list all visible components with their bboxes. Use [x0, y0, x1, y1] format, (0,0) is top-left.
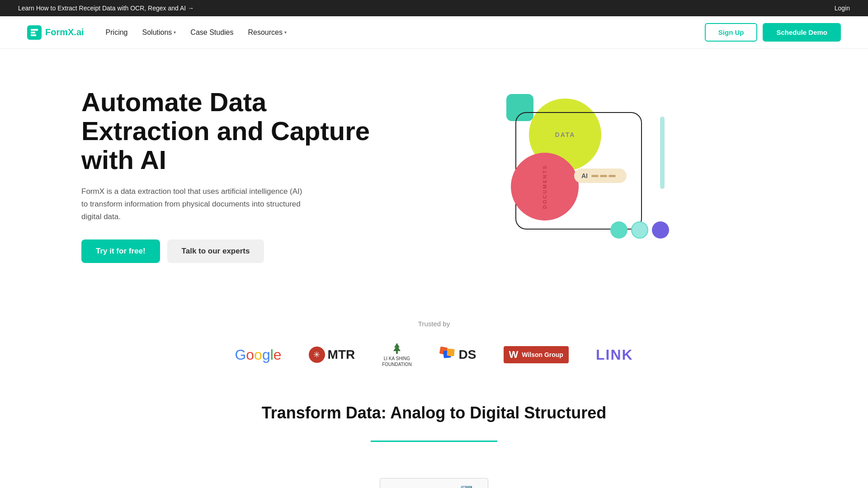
resources-chevron: ▾: [284, 30, 287, 35]
li-ka-shing-logo: LI KA SHINGFOUNDATION: [382, 342, 411, 367]
mtr-logo: ✳ MTR: [309, 347, 355, 363]
nav-case-studies[interactable]: Case Studies: [190, 28, 233, 37]
recaptcha-box: I'm not a robot 🔄 reCAPTCHA Privacy - Te…: [380, 478, 488, 488]
hero-section: Automate Data Extraction and Capture wit…: [0, 49, 868, 302]
recaptcha-logo: 🔄 reCAPTCHA Privacy - Terms: [454, 486, 479, 488]
bottom-circle-teal-light: [631, 221, 648, 239]
announcement-bar: Learn How to Extract Receipt Data with O…: [0, 0, 868, 16]
hero-title: Automate Data Extraction and Capture wit…: [81, 88, 389, 174]
logo-icon: [27, 25, 42, 40]
nav-pricing[interactable]: Pricing: [106, 28, 128, 37]
mtr-text: MTR: [328, 347, 355, 362]
hero-content: Automate Data Extraction and Capture wit…: [81, 88, 389, 263]
recaptcha-icon: 🔄: [460, 486, 472, 488]
trusted-label: Trusted by: [81, 320, 787, 328]
illus-bar: [660, 117, 665, 189]
recaptcha-container: I'm not a robot 🔄 reCAPTCHA Privacy - Te…: [0, 469, 868, 488]
bottom-circle-teal: [610, 221, 627, 239]
mtr-star-icon: ✳: [309, 347, 325, 363]
illustration-container: DATA DOCUMENTS AI: [502, 89, 674, 261]
illus-ai-pill: AI: [574, 169, 627, 183]
li-ka-shing-text: LI KA SHINGFOUNDATION: [382, 356, 411, 367]
ai-label: AI: [581, 172, 588, 179]
bottom-circle-purple: [652, 221, 669, 239]
ai-dot-2: [600, 175, 607, 177]
solutions-chevron: ▾: [174, 30, 176, 35]
signup-button[interactable]: Sign Up: [705, 23, 758, 42]
nav-actions: Sign Up Schedule Demo: [705, 23, 841, 42]
google-text: Google: [235, 347, 281, 363]
login-link[interactable]: Login: [835, 5, 850, 12]
wilson-w-icon: W: [509, 349, 519, 361]
ai-pill-dots: [591, 175, 616, 177]
ds-cube-icon: [439, 346, 456, 363]
nav-resources[interactable]: Resources ▾: [248, 28, 287, 37]
documents-label: DOCUMENTS: [542, 164, 547, 209]
hero-actions: Try it for free! Talk to our experts: [81, 239, 389, 263]
talk-experts-button[interactable]: Talk to our experts: [167, 239, 264, 263]
nav-links: Pricing Solutions ▾ Case Studies Resourc…: [106, 28, 705, 37]
li-ka-shing-tree-icon: [391, 342, 403, 355]
announcement-text[interactable]: Learn How to Extract Receipt Data with O…: [18, 5, 194, 12]
transform-section: Transform Data: Analog to Digital Struct…: [0, 376, 868, 469]
hero-illustration: DATA DOCUMENTS AI: [389, 76, 787, 275]
ai-dot-1: [591, 175, 599, 177]
illus-bottom-circles: [610, 221, 669, 239]
illus-documents-circle: DOCUMENTS: [511, 153, 579, 221]
navbar: FormX.ai Pricing Solutions ▾ Case Studie…: [0, 16, 868, 49]
transform-divider: [371, 441, 497, 442]
hero-description: FormX is a data extraction tool that use…: [81, 185, 307, 223]
transform-title: Transform Data: Analog to Digital Struct…: [81, 404, 787, 422]
link-logo: LINK: [596, 347, 633, 363]
trusted-section: Trusted by Google ✳ MTR LI KA SHINGFOUND…: [0, 302, 868, 376]
ai-dot-3: [609, 175, 616, 177]
wilson-group-logo: W Wilson Group: [504, 346, 569, 363]
ds-text: DS: [459, 347, 476, 362]
schedule-demo-button[interactable]: Schedule Demo: [763, 23, 841, 42]
logo-text: FormX.ai: [45, 27, 84, 38]
svg-rect-3: [447, 348, 454, 356]
link-text: LINK: [596, 347, 633, 363]
logo[interactable]: FormX.ai: [27, 25, 84, 40]
nav-solutions[interactable]: Solutions ▾: [142, 28, 176, 37]
google-logo: Google: [235, 347, 281, 363]
try-free-button[interactable]: Try it for free!: [81, 239, 160, 263]
trusted-logos: Google ✳ MTR LI KA SHINGFOUNDATION DS: [81, 342, 787, 367]
wilson-text: Wilson Group: [522, 351, 563, 358]
ds-logo: DS: [439, 346, 476, 363]
